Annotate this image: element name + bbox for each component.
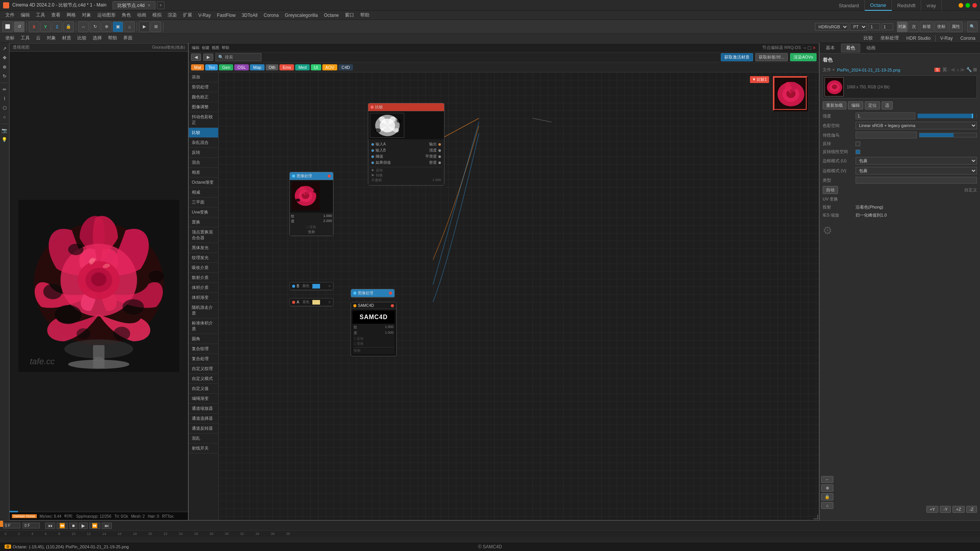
menu2-tools[interactable]: 坐标: [2, 34, 18, 42]
menu-extend[interactable]: 扩展: [180, 11, 195, 20]
gamma-slider[interactable]: [919, 133, 977, 137]
list-texture-emit[interactable]: 纹理发光: [189, 253, 218, 263]
menu2-proc[interactable]: 坐标处理: [877, 35, 902, 41]
toolbar-coords[interactable]: 坐标: [934, 21, 948, 32]
menu-greyscale[interactable]: Greyscalegorilla: [282, 11, 321, 20]
list-invert[interactable]: 反转: [189, 148, 218, 158]
axis-py[interactable]: +Y: [926, 506, 939, 513]
type-input[interactable]: 法线: [856, 177, 977, 184]
toolbar-attribs[interactable]: 属性: [949, 21, 963, 32]
toolbar-select[interactable]: ▣: [113, 21, 123, 32]
nav-forward-btn[interactable]: ▶: [203, 54, 213, 61]
tab-oth[interactable]: Oth: [266, 64, 279, 70]
tab-gen[interactable]: Gen: [219, 64, 233, 70]
list-gradient[interactable]: 城绳渐变: [189, 394, 218, 404]
axis-ny[interactable]: -Y: [940, 506, 951, 513]
menu-vray[interactable]: V-Ray: [195, 11, 214, 20]
start-frame-input[interactable]: [3, 523, 20, 528]
list-custom-val[interactable]: 自定义值: [189, 384, 218, 394]
toolbar-tags[interactable]: 标签: [920, 21, 934, 32]
list-compare[interactable]: 比较: [189, 128, 218, 138]
end-frame-input[interactable]: [23, 523, 40, 528]
list-custom-tex[interactable]: 自定义纹理: [189, 364, 218, 374]
menu2-ui[interactable]: 界面: [120, 34, 136, 42]
menu-octane-main[interactable]: Octane: [321, 11, 342, 20]
toolbar-new[interactable]: ⬜: [2, 21, 13, 32]
a-node[interactable]: A 基色 ≡: [289, 298, 333, 306]
tab-close[interactable]: ×: [148, 3, 150, 8]
toolbar-render-all[interactable]: ⊞: [150, 21, 161, 32]
tab-tex[interactable]: Tex: [205, 64, 218, 70]
renderer-tab-vray[interactable]: vray: [921, 0, 942, 11]
list-blackbody[interactable]: 黑体发光: [189, 243, 218, 253]
ne-menu-help[interactable]: 帮助: [222, 45, 229, 51]
list-composite-proc[interactable]: 复合处理: [189, 354, 218, 364]
menu2-mat[interactable]: 材质: [59, 34, 74, 42]
frame-input[interactable]: [869, 23, 880, 30]
toolbar-obj-mgr[interactable]: 对象: [897, 21, 908, 32]
color-space-dropdown[interactable]: Linear sRGB + legacy gamma: [856, 122, 977, 129]
menu-edit[interactable]: 编辑: [18, 11, 33, 20]
menu-simulate[interactable]: 模拟: [149, 11, 165, 20]
toolbar-render[interactable]: ▶: [139, 21, 150, 32]
list-uvw[interactable]: Uvw变换: [189, 207, 218, 217]
list-std-vol[interactable]: 标准体积介质: [189, 318, 218, 334]
nav-home-btn[interactable]: ⌂: [821, 502, 833, 509]
list-custom-mode[interactable]: 自定义模式: [189, 374, 218, 384]
toolbar-open[interactable]: ↺: [14, 21, 24, 32]
menu-file[interactable]: 文件: [2, 11, 18, 20]
menu-render[interactable]: 渲染: [165, 11, 180, 20]
list-displace[interactable]: 置换: [189, 217, 218, 227]
strength-input[interactable]: 1.: [856, 112, 915, 119]
prev-frame-btn[interactable]: ⏮: [45, 523, 55, 529]
tab-ems[interactable]: Ems: [279, 64, 294, 70]
list-color-correct[interactable]: 颜色校正: [189, 92, 218, 102]
nav-back-btn[interactable]: ◀: [191, 54, 201, 61]
list-diff[interactable]: 相差: [189, 168, 218, 178]
list-composite-tex[interactable]: 复合纹理: [189, 344, 218, 354]
toolbar-left-rotate[interactable]: ↻: [0, 72, 9, 80]
s-btn[interactable]: S: [934, 68, 940, 72]
get-tag-btn[interactable]: 获取标签/对...: [755, 53, 788, 61]
color-space-select[interactable]: HDR/sRGB: [815, 23, 848, 31]
menu2-select[interactable]: 选择: [90, 34, 105, 42]
toolbar-left-light[interactable]: 💡: [0, 135, 9, 144]
list-chan-sel[interactable]: 通道选择器: [189, 414, 218, 424]
toolbar-x[interactable]: X: [29, 21, 39, 32]
renderer-tab-octane[interactable]: Octane: [865, 0, 892, 11]
frame-input2[interactable]: [882, 23, 893, 30]
invert-checkbox[interactable]: [856, 142, 860, 146]
menu-character[interactable]: 角色: [119, 11, 134, 20]
border-u-dropdown[interactable]: 包裹: [856, 157, 977, 165]
close-btn[interactable]: [972, 3, 977, 8]
maximize-btn[interactable]: [965, 3, 970, 8]
menu-fastflow[interactable]: FastFlow: [214, 11, 239, 20]
toolbar-left-loop[interactable]: ○: [0, 113, 9, 121]
compare-node[interactable]: 比较: [368, 103, 444, 186]
nav-left-btn[interactable]: ←: [821, 476, 833, 483]
minimize-btn[interactable]: [959, 3, 963, 8]
axis-pz[interactable]: +Z: [952, 506, 964, 513]
list-chan-scale[interactable]: 通道缩放器: [189, 404, 218, 414]
toolbar-lock[interactable]: 🔒: [63, 21, 74, 32]
menu-view[interactable]: 查看: [48, 11, 64, 20]
renderer-tab-redshift[interactable]: Redshift: [892, 0, 921, 11]
toolbar-left-poly[interactable]: ⬡: [0, 104, 9, 112]
menu-animate[interactable]: 动画: [134, 11, 149, 20]
toolbar-move[interactable]: ↔: [78, 21, 89, 32]
right-tab-anim[interactable]: 动画: [862, 44, 880, 52]
image-proc-node-top[interactable]: 图像处理: [289, 172, 333, 236]
tab-map[interactable]: Map: [250, 64, 264, 70]
toolbar-search[interactable]: 🔍: [967, 21, 978, 32]
toolbar-hierarchy[interactable]: 次: [908, 21, 919, 32]
file-tab[interactable]: 比较节点.c4d ×: [113, 1, 155, 10]
menu-tools[interactable]: 工具: [33, 11, 48, 20]
list-triplanar[interactable]: 三平面: [189, 197, 218, 207]
tab-med[interactable]: Med: [295, 64, 309, 70]
list-scatter[interactable]: 散射介质: [189, 273, 218, 283]
renderer-tab-standard[interactable]: Standard: [833, 0, 865, 11]
right-tab-shade[interactable]: 着色: [841, 44, 860, 52]
menu-window[interactable]: 窗口: [342, 11, 357, 20]
ne-menu-create[interactable]: 创建: [202, 45, 209, 51]
list-absorb[interactable]: 吸收介质: [189, 263, 218, 273]
